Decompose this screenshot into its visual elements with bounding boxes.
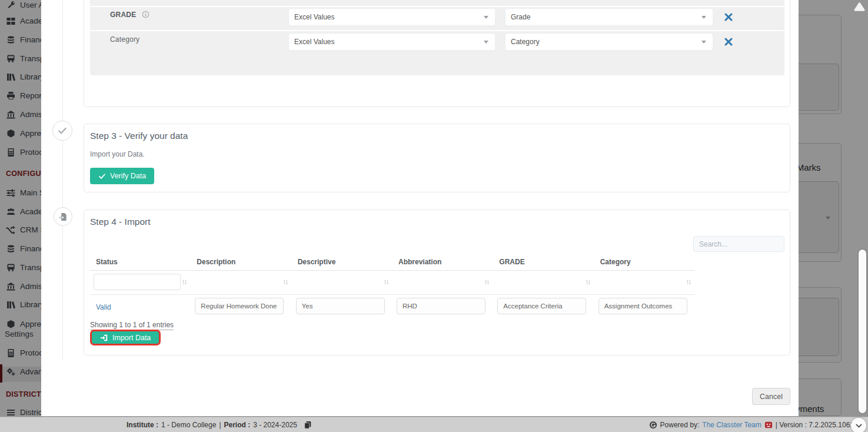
table-row: Valid Regular Homework Done Yes RHD Acce… bbox=[90, 295, 695, 322]
scroll-to-bottom-button[interactable] bbox=[851, 418, 866, 432]
chevron-down-icon bbox=[701, 41, 706, 44]
institute-value: 1 - Demo College bbox=[161, 421, 216, 429]
info-icon[interactable] bbox=[142, 11, 149, 18]
powered-by-label: Powered by: bbox=[660, 421, 700, 429]
sort-icon[interactable] bbox=[483, 278, 491, 286]
chevron-down-icon bbox=[484, 16, 488, 19]
grade-source-select[interactable]: Excel Values bbox=[289, 9, 495, 25]
grade-label: GRADE bbox=[110, 11, 136, 19]
import-data-button[interactable]: Import Data bbox=[90, 330, 161, 345]
select-value: Excel Values bbox=[294, 38, 334, 46]
row-abbreviation-input[interactable]: RHD bbox=[397, 298, 485, 314]
check-icon bbox=[58, 126, 67, 135]
column-header-abbreviation[interactable]: Abbreviation bbox=[393, 255, 493, 270]
mapping-row-label: GRADE bbox=[110, 11, 149, 19]
institute-label: Institute : bbox=[127, 421, 158, 429]
import-data-label: Import Data bbox=[112, 334, 151, 342]
sort-icon[interactable] bbox=[685, 278, 693, 286]
screen: User AcAcademFinanciTranspLibraryReportA… bbox=[0, 0, 868, 432]
step4-card: Step 4 - Import Status Description Descr… bbox=[84, 210, 790, 355]
mapping-rows-block: GRADE Excel Values Grade Category bbox=[90, 0, 784, 75]
row-status: Valid bbox=[90, 295, 191, 311]
row-divider bbox=[90, 6, 784, 7]
column-header-grade[interactable]: GRADE bbox=[493, 255, 594, 270]
row-category-input[interactable]: Assignment Outcomes bbox=[598, 298, 687, 314]
classter-logo-icon bbox=[764, 421, 773, 429]
institute-period-info: Institute : 1 - Demo College | Period : … bbox=[127, 417, 312, 432]
status-filter-input[interactable] bbox=[94, 274, 181, 290]
step4-title: Step 4 - Import bbox=[90, 217, 151, 227]
column-header-descriptive[interactable]: Descriptive bbox=[292, 255, 393, 270]
column-header-description[interactable]: Description bbox=[191, 255, 291, 270]
classter-team-link[interactable]: The Classter Team bbox=[702, 421, 761, 429]
sign-in-arrow-icon bbox=[100, 334, 108, 342]
copy-icon[interactable] bbox=[304, 421, 312, 429]
select-value: Category bbox=[511, 38, 540, 46]
status-bar: Institute : 1 - Demo College | Period : … bbox=[0, 417, 868, 432]
select-value: Grade bbox=[511, 13, 530, 21]
step3-title: Step 3 - Verify your data bbox=[90, 131, 188, 141]
grade-target-select[interactable]: Grade bbox=[505, 9, 713, 25]
powered-by-info: Powered by: The Classter Team | Version … bbox=[649, 417, 854, 432]
remove-category-mapping-button[interactable] bbox=[724, 37, 733, 46]
row-divider bbox=[90, 30, 784, 31]
column-header-category[interactable]: Category bbox=[594, 255, 695, 270]
step3-check-circle bbox=[52, 121, 72, 141]
remove-grade-mapping-button[interactable] bbox=[724, 12, 733, 22]
file-import-icon bbox=[59, 212, 68, 221]
scroll-to-top-button[interactable] bbox=[852, 2, 867, 12]
divider: | bbox=[219, 421, 221, 429]
category-label: Category bbox=[110, 35, 139, 44]
row-descriptive-input[interactable]: Yes bbox=[296, 298, 385, 314]
sort-icon[interactable] bbox=[383, 278, 390, 286]
mapping-card: GRADE Excel Values Grade Category bbox=[84, 0, 790, 107]
table-filter-row bbox=[90, 271, 695, 295]
cancel-button[interactable]: Cancel bbox=[752, 388, 790, 405]
table-header-row: Status Description Descriptive Abbreviat… bbox=[90, 255, 695, 271]
verify-data-label: Verify Data bbox=[110, 172, 146, 180]
period-value: 3 - 2024-2025 bbox=[253, 421, 297, 429]
table-info-text: Showing 1 to 1 of 1 entries bbox=[90, 321, 174, 330]
row-description-input[interactable]: Regular Homework Done bbox=[195, 298, 284, 314]
sort-icon[interactable] bbox=[282, 278, 290, 286]
category-target-select[interactable]: Category bbox=[505, 34, 713, 50]
category-source-select[interactable]: Excel Values bbox=[289, 34, 495, 50]
steps-timeline bbox=[62, 0, 63, 360]
sort-icon[interactable] bbox=[584, 278, 592, 286]
chevron-down-icon bbox=[701, 16, 706, 19]
column-header-status[interactable]: Status bbox=[90, 255, 191, 270]
row-grade-input[interactable]: Acceptance Criteria bbox=[497, 298, 586, 314]
select-value: Excel Values bbox=[294, 13, 334, 21]
powered-by-icon bbox=[649, 421, 657, 429]
sort-icon[interactable] bbox=[181, 278, 188, 286]
chevron-down-icon bbox=[484, 41, 488, 44]
mapping-row-label: Category bbox=[110, 35, 139, 44]
period-label: Period : bbox=[224, 421, 251, 429]
import-wizard-modal: GRADE Excel Values Grade Category bbox=[41, 0, 799, 416]
step4-import-circle bbox=[54, 207, 72, 226]
check-icon bbox=[98, 172, 106, 180]
chevron-down-icon bbox=[855, 422, 863, 430]
verify-data-button[interactable]: Verify Data bbox=[90, 168, 154, 184]
scrollbar-thumb[interactable] bbox=[859, 250, 866, 413]
step3-card: Step 3 - Verify your data Import your Da… bbox=[84, 124, 790, 192]
search-input[interactable] bbox=[693, 236, 784, 252]
step3-subtitle: Import your Data. bbox=[90, 150, 145, 158]
version-label: | Version : 7.2.2025.1061 bbox=[776, 421, 854, 429]
